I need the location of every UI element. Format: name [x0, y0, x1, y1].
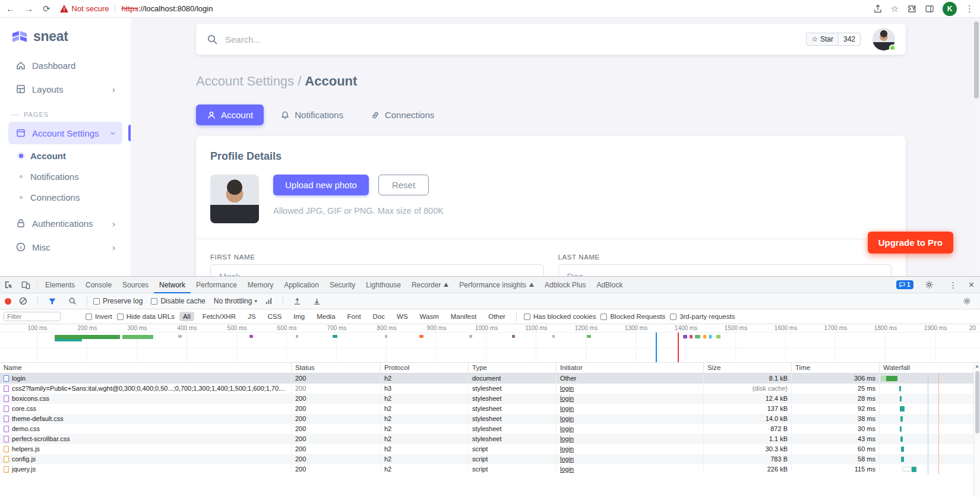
network-overview-timeline[interactable]: 100 ms 200 ms 300 ms 400 ms 500 ms 600 m…: [0, 324, 980, 363]
devtools-menu-icon[interactable]: ⋮: [945, 280, 962, 290]
scrollbar-up-arrow[interactable]: ▲: [974, 363, 980, 370]
throttling-dropdown[interactable]: No throttling▾: [214, 297, 257, 305]
first-name-field[interactable]: [210, 264, 544, 276]
filter-type-doc[interactable]: Doc: [369, 312, 388, 321]
forward-button[interactable]: →: [24, 4, 33, 14]
column-header-type[interactable]: Type: [468, 363, 556, 373]
network-row[interactable]: core.css 200 h2 stylesheet login 137 kB …: [0, 404, 980, 414]
reset-photo-button[interactable]: Reset: [378, 175, 429, 195]
initiator-link[interactable]: login: [556, 444, 703, 454]
devtools-tab-performance[interactable]: Performance: [191, 277, 242, 293]
devtools-tab-recorder[interactable]: Recorder: [406, 277, 454, 293]
filter-type-font[interactable]: Font: [344, 312, 365, 321]
devtools-tab-sources[interactable]: Sources: [117, 277, 154, 293]
reload-button[interactable]: ⟳: [43, 4, 50, 14]
filter-type-img[interactable]: Img: [290, 312, 308, 321]
tab-notifications[interactable]: Notifications: [270, 105, 354, 125]
sidebar-subitem-account[interactable]: Account: [8, 145, 122, 166]
app-logo[interactable]: sneat: [0, 18, 131, 53]
invert-checkbox[interactable]: Invert: [86, 313, 112, 320]
filter-type-fetch-xhr[interactable]: Fetch/XHR: [199, 312, 239, 321]
bookmark-star-icon[interactable]: ☆: [891, 4, 899, 14]
browser-profile-avatar[interactable]: K: [943, 2, 957, 16]
extensions-puzzle-icon[interactable]: [907, 4, 916, 14]
column-header-time[interactable]: Time: [791, 363, 879, 373]
network-row[interactable]: css2?family=Public+Sans:ital,wght@0,300;…: [0, 384, 980, 394]
user-avatar[interactable]: [872, 28, 895, 50]
sidebar-subitem-connections[interactable]: Connections: [8, 187, 122, 207]
scrollbar-thumb[interactable]: [975, 371, 979, 433]
column-header-size[interactable]: Size: [703, 363, 791, 373]
upgrade-to-pro-button[interactable]: Upgrade to Pro: [868, 232, 953, 254]
initiator-link[interactable]: login: [556, 404, 703, 414]
devtools-tab-network[interactable]: Network: [154, 277, 191, 293]
network-table-scrollbar[interactable]: ▲: [973, 363, 980, 497]
share-icon[interactable]: [873, 4, 883, 14]
network-filter-input[interactable]: [4, 312, 61, 321]
devtools-tab-console[interactable]: Console: [80, 277, 117, 293]
page-scrollbar-thumb[interactable]: [974, 21, 979, 99]
initiator-link[interactable]: login: [556, 464, 703, 474]
checkbox-icon[interactable]: [86, 314, 92, 320]
initiator-link[interactable]: login: [556, 454, 703, 464]
network-conditions-icon[interactable]: [261, 297, 277, 305]
page-scrollbar[interactable]: [973, 18, 980, 276]
network-row[interactable]: jquery.js 200 h2 script login 226 kB 115…: [0, 464, 980, 474]
devtools-tab-adblock-plus[interactable]: Adblock Plus: [539, 277, 591, 293]
filter-type-ws[interactable]: WS: [393, 312, 412, 321]
sidebar-subitem-notifications[interactable]: Notifications: [8, 166, 122, 186]
filter-type-manifest[interactable]: Manifest: [447, 312, 480, 321]
sidebar-item-misc[interactable]: Misc ›: [8, 236, 122, 258]
devtools-tab-security[interactable]: Security: [324, 277, 361, 293]
devtools-tab-lighthouse[interactable]: Lighthouse: [361, 277, 406, 293]
filter-type-css[interactable]: CSS: [264, 312, 285, 321]
network-row[interactable]: helpers.js 200 h2 script login 30.3 kB 6…: [0, 444, 980, 454]
initiator-link[interactable]: login: [556, 414, 703, 424]
column-header-protocol[interactable]: Protocol: [380, 363, 468, 373]
inspect-element-icon[interactable]: [0, 280, 17, 289]
filter-type-wasm[interactable]: Wasm: [416, 312, 442, 321]
filter-type-js[interactable]: JS: [244, 312, 259, 321]
browser-menu-icon[interactable]: ⋮: [965, 4, 974, 14]
network-row[interactable]: demo.css 200 h2 stylesheet login 872 B 3…: [0, 424, 980, 434]
global-search-input[interactable]: [225, 34, 415, 45]
initiator-link[interactable]: login: [556, 394, 703, 404]
breadcrumb-parent[interactable]: Account Settings /: [196, 74, 301, 88]
checkbox-icon[interactable]: [151, 298, 157, 305]
network-row[interactable]: theme-default.css 200 h2 stylesheet logi…: [0, 414, 980, 424]
devtools-tab-elements[interactable]: Elements: [40, 277, 80, 293]
clear-network-log-icon[interactable]: [15, 297, 31, 305]
sidebar-item-authentications[interactable]: Authentications ›: [8, 212, 122, 235]
back-button[interactable]: ←: [6, 4, 15, 14]
initiator-link[interactable]: login: [556, 384, 703, 394]
checkbox-icon[interactable]: [600, 314, 607, 320]
devtools-tab-memory[interactable]: Memory: [242, 277, 279, 293]
export-har-icon[interactable]: [309, 297, 325, 305]
devtools-close-icon[interactable]: ×: [969, 280, 974, 290]
initiator-link[interactable]: login: [556, 434, 703, 444]
sidebar-item-dashboard[interactable]: Dashboard: [8, 54, 122, 77]
device-toolbar-icon[interactable]: [17, 280, 34, 289]
address-bar[interactable]: Not secure https ://localhost:8080/login: [60, 4, 873, 13]
record-button[interactable]: [5, 298, 11, 305]
disable-cache-checkbox[interactable]: Disable cache: [151, 297, 205, 305]
column-header-name[interactable]: Name: [0, 363, 291, 373]
column-header-initiator[interactable]: Initiator: [556, 363, 703, 373]
filter-type-media[interactable]: Media: [313, 312, 339, 321]
upload-photo-button[interactable]: Upload new photo: [273, 175, 369, 195]
devtools-tab-performance-insights[interactable]: Performance insights: [454, 277, 539, 293]
devtools-tab-application[interactable]: Application: [279, 277, 324, 293]
last-name-field[interactable]: [558, 264, 892, 276]
has-blocked-cookies-checkbox[interactable]: Has blocked cookies: [524, 313, 596, 320]
network-row[interactable]: boxicons.css 200 h2 stylesheet login 12.…: [0, 394, 980, 404]
network-row[interactable]: login 200 h2 document Other 8.1 kB 306 m…: [0, 373, 980, 384]
checkbox-icon[interactable]: [670, 314, 676, 320]
filter-type-all[interactable]: All: [179, 312, 194, 321]
filter-funnel-icon[interactable]: [44, 297, 61, 305]
hide-data-urls-checkbox[interactable]: Hide data URLs: [117, 313, 175, 320]
preserve-log-checkbox[interactable]: Preserve log: [93, 297, 143, 305]
issues-count-badge[interactable]: 1: [896, 280, 913, 289]
checkbox-icon[interactable]: [524, 314, 530, 320]
tab-account[interactable]: Account: [196, 105, 264, 125]
github-star-widget[interactable]: ☆ Star 342: [806, 33, 861, 46]
